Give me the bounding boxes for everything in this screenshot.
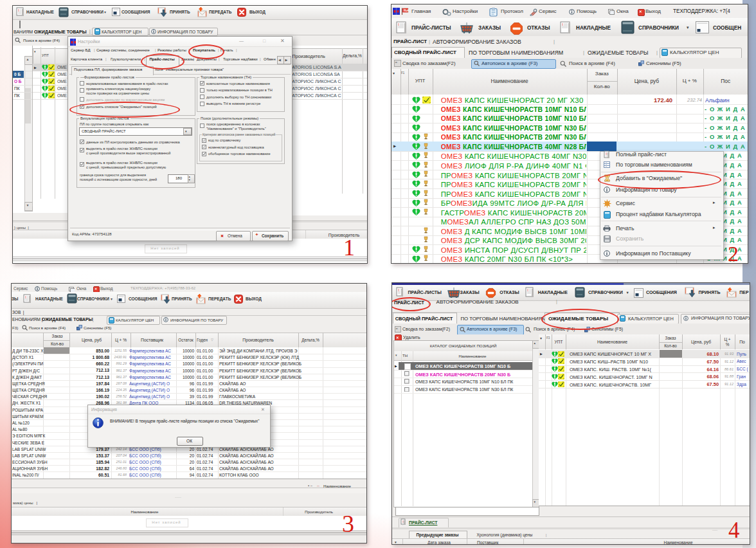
svg-text:Ru: Ru <box>404 9 408 12</box>
